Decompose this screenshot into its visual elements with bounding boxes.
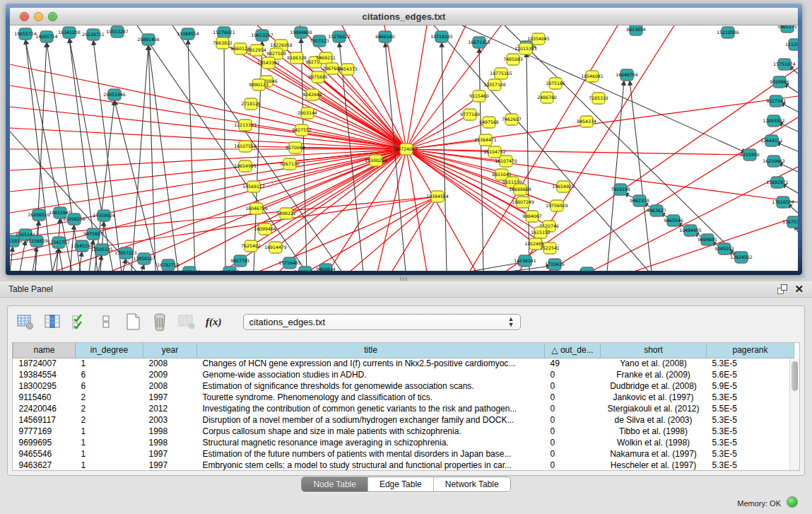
- table-row[interactable]: 1456911722003Disruption of a novel membe…: [13, 414, 794, 426]
- cell-in_degree[interactable]: 1: [76, 460, 143, 471]
- graph-node[interactable]: 14055724: [35, 31, 58, 42]
- cell-in_degree[interactable]: 2: [76, 403, 143, 414]
- cell-out_degree[interactable]: 0: [545, 414, 601, 426]
- graph-node[interactable]: 16341208: [58, 27, 81, 38]
- graph-node[interactable]: 15276022: [328, 31, 351, 42]
- cell-title[interactable]: Tourette syndrome. Phenomenology and cla…: [197, 392, 545, 403]
- function-builder-icon[interactable]: f(x): [206, 316, 222, 328]
- cell-out_degree[interactable]: 0: [545, 403, 601, 414]
- citation-edge-black[interactable]: [254, 41, 262, 271]
- cell-pagerank[interactable]: 5.3E-5: [707, 448, 794, 460]
- graph-node[interactable]: 1875165: [546, 78, 565, 89]
- graph-node[interactable]: 1112054: [785, 39, 798, 50]
- cell-out_degree[interactable]: 0: [545, 380, 601, 392]
- graph-node[interactable]: 9453120: [577, 267, 597, 271]
- cell-year[interactable]: 1998: [143, 437, 197, 448]
- graph-node[interactable]: 8427552: [292, 124, 312, 136]
- cell-name[interactable]: 9463627: [13, 460, 76, 471]
- column-header-short[interactable]: short: [601, 343, 707, 358]
- table-row[interactable]: 946554611997Estimation of the future num…: [13, 448, 794, 460]
- cell-name[interactable]: 22420046: [13, 403, 76, 414]
- citation-edge-red[interactable]: [406, 140, 486, 149]
- citation-edge-red[interactable]: [406, 25, 427, 149]
- graph-node[interactable]: 8186328: [287, 52, 307, 64]
- graph-node[interactable]: 9227343: [766, 95, 786, 107]
- citation-edge-red[interactable]: [406, 149, 750, 155]
- graph-node[interactable]: 15276021: [213, 27, 235, 38]
- table-row[interactable]: 1938455462009Genome-wide association stu…: [13, 369, 794, 380]
- column-header-year[interactable]: year: [143, 343, 197, 358]
- select-all-icon[interactable]: [69, 312, 90, 332]
- graph-node[interactable]: 16648784: [616, 69, 638, 81]
- cell-year[interactable]: 1997: [143, 392, 197, 403]
- network-canvas[interactable]: 1905572414055724163412082012871110553287…: [10, 25, 798, 271]
- cell-pagerank[interactable]: 5.3E-5: [707, 460, 794, 471]
- citation-edge-black[interactable]: [462, 25, 746, 153]
- table-row[interactable]: 2242004622012Investigating the contribut…: [13, 403, 794, 414]
- column-header-name[interactable]: name: [13, 343, 76, 358]
- network-view[interactable]: 1905572414055724163412082012871110553287…: [10, 25, 798, 271]
- graph-node[interactable]: 26206510: [28, 209, 50, 221]
- cell-name[interactable]: 14569117: [13, 414, 76, 426]
- cell-title[interactable]: Corpus callosum shape and size in male p…: [197, 426, 545, 437]
- graph-node[interactable]: 15692971: [766, 177, 789, 188]
- close-window-button[interactable]: [20, 12, 29, 21]
- table-row[interactable]: 946362711997Embryonic stem cells: a mode…: [13, 460, 794, 471]
- table-selector-dropdown[interactable]: citations_edges.txt ▲▼: [243, 314, 521, 330]
- cell-year[interactable]: 1997: [143, 448, 197, 460]
- graph-node[interactable]: 25364471: [474, 134, 497, 146]
- cell-year[interactable]: 1997: [143, 460, 197, 471]
- cell-pagerank[interactable]: 5.3E-5: [707, 358, 794, 369]
- graph-node[interactable]: 11545194: [71, 240, 93, 252]
- column-header-title[interactable]: title: [197, 343, 545, 358]
- graph-node[interactable]: 12093582: [763, 115, 785, 127]
- network-window[interactable]: citations_edges.txt 19055724140557241634…: [6, 4, 802, 275]
- citation-edge-black[interactable]: [188, 40, 195, 271]
- cell-title[interactable]: Estimation of significance thresholds fo…: [197, 380, 545, 392]
- graph-node[interactable]: 9329966: [770, 76, 789, 88]
- cell-short[interactable]: Stergiakouli et al. (2012): [601, 403, 707, 414]
- float-panel-icon[interactable]: [777, 284, 787, 294]
- graph-node[interactable]: 12342757: [47, 237, 70, 248]
- graph-node[interactable]: 17016504: [772, 197, 794, 208]
- cell-short[interactable]: Tibbo et al. (1998): [601, 426, 707, 437]
- table-row[interactable]: 1872400712008Changes of HCN gene express…: [13, 358, 794, 369]
- cell-name[interactable]: 18300295: [13, 380, 76, 392]
- graph-node[interactable]: 5905175: [777, 25, 797, 33]
- graph-node[interactable]: 20128711: [82, 29, 105, 40]
- cell-in_degree[interactable]: 1: [76, 437, 143, 448]
- citation-edge-red[interactable]: [406, 25, 466, 149]
- graph-node[interactable]: 15218586: [717, 27, 739, 38]
- cell-short[interactable]: Wolkin et al. (1998): [601, 437, 707, 448]
- graph-node[interactable]: 16046756: [245, 203, 268, 214]
- cell-pagerank[interactable]: 5.3E-5: [707, 414, 794, 426]
- cell-short[interactable]: Franke et al. (2009): [601, 369, 707, 380]
- cell-in_degree[interactable]: 1: [76, 426, 143, 437]
- cell-out_degree[interactable]: 0: [545, 448, 601, 460]
- cell-pagerank[interactable]: 5.9E-5: [707, 380, 794, 392]
- graph-node[interactable]: 7185318: [589, 93, 608, 104]
- graph-node[interactable]: 6497568: [479, 117, 499, 128]
- graph-node[interactable]: 2486760: [537, 92, 557, 103]
- graph-node[interactable]: 2718126: [241, 98, 261, 110]
- cell-title[interactable]: Embryonic stem cells: a model to study s…: [197, 460, 545, 471]
- show-columns-icon[interactable]: [42, 312, 63, 332]
- cell-out_degree[interactable]: 0: [545, 426, 601, 437]
- graph-node[interactable]: 18775165: [490, 68, 512, 79]
- graph-node[interactable]: 6466160: [375, 31, 395, 42]
- cell-short[interactable]: Hescheler et al. (1997): [601, 460, 707, 471]
- cell-title[interactable]: Genome-wide association studies in ADHD.: [197, 369, 545, 380]
- graph-node[interactable]: 17359924: [93, 210, 115, 221]
- citation-edge-black[interactable]: [776, 142, 798, 151]
- citation-edge-red[interactable]: [384, 25, 406, 149]
- cell-title[interactable]: Investigating the contribution of common…: [197, 403, 545, 414]
- citation-edge-black[interactable]: [224, 38, 225, 271]
- cell-name[interactable]: 9115460: [13, 392, 76, 403]
- graph-node[interactable]: 14136141: [514, 255, 536, 267]
- graph-node[interactable]: 16671355: [468, 37, 490, 48]
- graph-node[interactable]: 20053346: [103, 89, 126, 100]
- citation-edge-black[interactable]: [780, 103, 798, 112]
- table-row[interactable]: 911546021997Tourette syndrome. Phenomeno…: [13, 392, 794, 403]
- citation-edge-black[interactable]: [114, 100, 158, 271]
- cell-year[interactable]: 2003: [143, 414, 197, 426]
